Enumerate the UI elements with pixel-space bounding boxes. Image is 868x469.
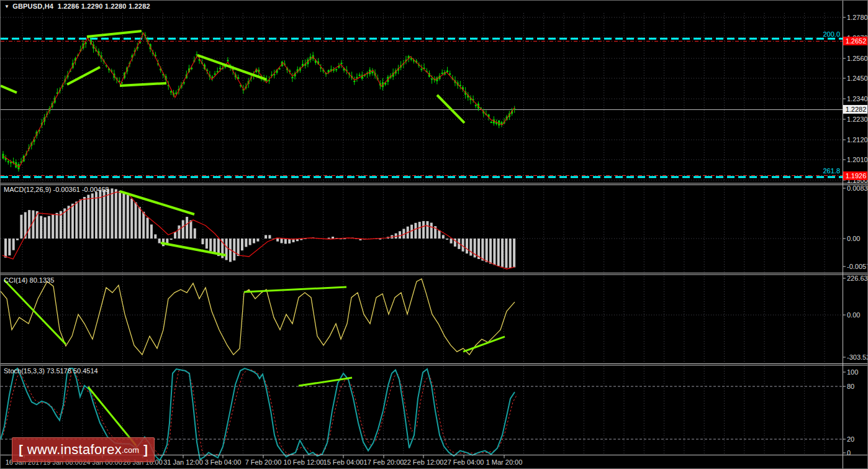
chart-canvas[interactable] (1, 1, 868, 469)
chart-title: ▼GBPUSD,H4 1.2286 1.2290 1.2280 1.2282 (4, 2, 150, 10)
macd-histogram-bar (135, 203, 137, 239)
candle-body (449, 73, 451, 75)
macd-histogram-bar (414, 223, 417, 239)
trendline (120, 83, 166, 86)
macd-histogram-bar (276, 239, 279, 242)
fib-level-261-label: 261.8 (803, 167, 840, 175)
candle-body (227, 60, 228, 61)
trendline (437, 95, 464, 123)
macd-histogram-bar (469, 239, 472, 256)
symbol-dropdown-icon[interactable]: ▼ (4, 4, 9, 9)
macd-histogram-bar (186, 217, 188, 239)
macd-histogram-bar (44, 217, 47, 239)
macd-histogram-bar (256, 239, 259, 242)
candle-body (359, 75, 361, 76)
fib-level-200-label: 200.0 (803, 30, 840, 38)
macd-histogram-bar (481, 239, 484, 261)
macd-histogram-bar (107, 189, 109, 239)
candle-body (335, 69, 337, 70)
macd-histogram-bar (127, 195, 129, 239)
macd-histogram-bar (119, 191, 121, 239)
macd-histogram-bar (32, 211, 34, 239)
stoch-axis-label: 0 (847, 449, 851, 457)
stoch-axis-label: 20 (847, 435, 854, 443)
candle-body (431, 78, 433, 80)
macd-histogram-bar (438, 230, 441, 239)
macd-histogram-bar (142, 212, 145, 239)
watermark-site-text: www.instaforex (27, 442, 122, 458)
macd-histogram-bar (40, 216, 42, 239)
cci-line (1, 279, 515, 355)
candle-body (353, 81, 355, 82)
macd-histogram-bar (87, 195, 89, 239)
candle-body (219, 68, 221, 69)
macd-histogram-bar (52, 214, 54, 239)
stoch-axis-label: 80 (847, 383, 854, 390)
macd-histogram-bar (147, 217, 149, 239)
candle-body (7, 161, 9, 162)
macd-histogram-bar (79, 199, 82, 239)
macd-histogram-bar (95, 192, 97, 239)
macd-axis-label: 0.0083 (847, 184, 868, 192)
candle-body (491, 122, 492, 123)
macd-histogram-bar (493, 239, 495, 265)
trendline (67, 67, 100, 84)
macd-histogram-bar (446, 239, 448, 240)
ohlc-readout: 1.2286 1.2290 1.2280 1.2282 (58, 2, 150, 10)
macd-histogram-bar (138, 207, 141, 239)
macd-histogram-bar (178, 225, 180, 239)
macd-histogram-bar (103, 190, 106, 239)
macd-histogram-bar (268, 235, 271, 239)
macd-histogram-bar (450, 239, 453, 244)
macd-indicator-label: MACD(12,26,9) -0.00361 -0.00468 (4, 186, 109, 193)
symbol-period-label: GBPUSD,H4 (12, 2, 53, 10)
candle-body (475, 105, 477, 106)
macd-histogram-bar (253, 239, 255, 244)
macd-histogram-bar (426, 221, 428, 239)
cci-indicator-label: CCI(14) 80.1335 (4, 276, 54, 284)
macd-histogram-bar (170, 239, 173, 240)
price-badge: 1.2282 (843, 105, 868, 114)
price-axis-label: 1.2560 (847, 55, 868, 62)
macd-histogram-bar (91, 193, 94, 239)
price-axis-label: 1.2340 (847, 95, 868, 102)
macd-histogram-bar (8, 239, 11, 255)
macd-histogram-bar (466, 239, 468, 253)
trendline (4, 280, 66, 344)
candle-body (170, 91, 172, 93)
macd-histogram-bar (241, 239, 243, 250)
macd-histogram-bar (20, 215, 22, 239)
trendline (299, 378, 352, 386)
macd-histogram-bar (48, 216, 50, 239)
macd-histogram-bar (174, 232, 176, 239)
macd-histogram-bar (206, 239, 208, 248)
macd-histogram-bar (68, 206, 70, 239)
macd-histogram-bar (233, 239, 235, 260)
macd-histogram-bar (284, 239, 287, 244)
candle-body (279, 68, 281, 70)
macd-axis-label: 0.00 (847, 235, 860, 242)
macd-histogram-bar (497, 239, 500, 266)
macd-histogram-bar (115, 189, 117, 239)
cci-axis-label: 0.00 (847, 311, 860, 319)
price-axis-label: 1.2450 (847, 75, 868, 82)
candle-body (371, 71, 373, 73)
macd-histogram-bar (123, 193, 125, 239)
macd-histogram-bar (225, 239, 228, 260)
candle-body (291, 77, 293, 78)
mt4-chart-window: ▼GBPUSD,H4 1.2286 1.2290 1.2280 1.2282 M… (0, 0, 868, 469)
macd-histogram-bar (56, 213, 58, 239)
price-axis-label: 1.2780 (847, 14, 868, 21)
macd-histogram-bar (130, 199, 133, 239)
macd-histogram-bar (150, 224, 153, 239)
macd-histogram-bar (513, 239, 515, 267)
macd-histogram-bar (16, 239, 19, 240)
macd-histogram-bar (418, 222, 421, 239)
macd-histogram-bar (442, 235, 445, 239)
price-axis-label: 1.2120 (847, 136, 868, 143)
watermark-bracket-right: ] (143, 443, 148, 457)
candle-body (340, 63, 342, 64)
macd-histogram-bar (189, 221, 192, 239)
trendline (1, 86, 17, 93)
macd-histogram-bar (245, 239, 247, 247)
